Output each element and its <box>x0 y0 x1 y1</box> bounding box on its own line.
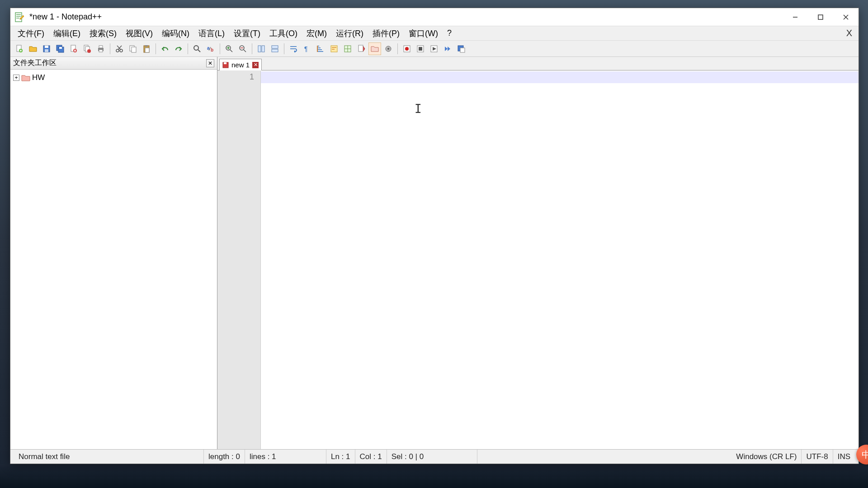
print-icon[interactable] <box>94 42 107 55</box>
menu-help[interactable]: ? <box>443 27 456 40</box>
svg-rect-52 <box>460 48 465 52</box>
tab-new-1[interactable]: new 1 ✕ <box>219 59 262 70</box>
maximize-button[interactable] <box>808 8 833 26</box>
menu-window[interactable]: 窗口(W) <box>404 26 443 41</box>
show-all-chars-icon[interactable]: ¶ <box>301 42 313 55</box>
folder-icon <box>21 74 30 81</box>
current-line-highlight <box>261 71 859 83</box>
menu-run[interactable]: 运行(R) <box>331 26 368 41</box>
folder-panel-header[interactable]: 文件夹工作区 ✕ <box>10 57 217 70</box>
svg-line-35 <box>244 50 246 52</box>
save-icon[interactable] <box>40 42 53 55</box>
svg-rect-0 <box>15 13 22 22</box>
open-file-icon[interactable] <box>27 42 39 55</box>
zoom-out-icon[interactable] <box>236 42 249 55</box>
svg-rect-38 <box>272 46 278 48</box>
text-area[interactable]: I <box>261 70 859 449</box>
new-file-icon[interactable] <box>13 42 26 55</box>
play-macro-icon[interactable] <box>428 42 440 55</box>
menu-language[interactable]: 语言(L) <box>194 26 229 41</box>
svg-rect-49 <box>419 47 422 51</box>
menu-edit[interactable]: 编辑(E) <box>49 26 85 41</box>
toolbar: ab ¶ <box>10 41 859 57</box>
sync-vscroll-icon[interactable] <box>255 42 268 55</box>
status-sel: Sel : 0 | 0 <box>387 450 477 464</box>
paste-icon[interactable] <box>140 42 153 55</box>
svg-point-28 <box>194 46 198 50</box>
status-filetype: Normal text file <box>14 450 204 464</box>
folder-tree[interactable]: + HW <box>10 70 217 449</box>
user-lang-icon[interactable] <box>328 42 340 55</box>
ime-label: 中 <box>862 449 868 461</box>
menu-plugins[interactable]: 插件(P) <box>368 26 404 41</box>
close-all-icon[interactable] <box>81 42 94 55</box>
status-ins[interactable]: INS <box>833 450 855 464</box>
folder-panel-close-icon[interactable]: ✕ <box>206 59 214 67</box>
menu-search[interactable]: 搜索(S) <box>85 26 121 41</box>
line-number: 1 <box>217 72 254 82</box>
status-eol[interactable]: Windows (CR LF) <box>731 450 802 464</box>
tree-root-row[interactable]: + HW <box>12 72 215 83</box>
taskbar-shadow <box>0 465 868 488</box>
menubar: 文件(F) 编辑(E) 搜索(S) 视图(V) 编码(N) 语言(L) 设置(T… <box>10 26 859 41</box>
status-ln: Ln : 1 <box>326 450 355 464</box>
menu-settings[interactable]: 设置(T) <box>229 26 265 41</box>
doc-list-icon[interactable] <box>355 42 368 55</box>
svg-rect-36 <box>258 46 261 52</box>
svg-rect-20 <box>99 50 103 52</box>
wordwrap-icon[interactable] <box>287 42 300 55</box>
svg-text:¶: ¶ <box>304 45 308 52</box>
titlebar[interactable]: *new 1 - Notepad++ <box>10 8 859 26</box>
menu-file[interactable]: 文件(F) <box>13 26 49 41</box>
menu-tools[interactable]: 工具(O) <box>265 26 302 41</box>
minimize-button[interactable] <box>783 8 808 26</box>
text-cursor-icon: I <box>415 102 422 116</box>
svg-text:b: b <box>211 47 213 52</box>
svg-point-17 <box>87 49 91 53</box>
tree-root-label: HW <box>32 73 45 82</box>
svg-rect-27 <box>145 48 149 52</box>
indent-guide-icon[interactable] <box>314 42 327 55</box>
tab-bar[interactable]: new 1 ✕ <box>217 57 859 70</box>
close-file-icon[interactable] <box>67 42 80 55</box>
line-gutter: 1 <box>217 70 261 449</box>
monitor-icon[interactable] <box>382 42 395 55</box>
cut-icon[interactable] <box>113 42 126 55</box>
svg-rect-8 <box>45 46 48 48</box>
menu-macro[interactable]: 宏(M) <box>302 26 331 41</box>
play-multi-icon[interactable] <box>441 42 454 55</box>
tab-close-icon[interactable]: ✕ <box>252 62 259 68</box>
editor[interactable]: 1 I <box>217 70 859 449</box>
folder-panel-title: 文件夹工作区 <box>13 58 57 68</box>
sync-hscroll-icon[interactable] <box>269 42 281 55</box>
close-button[interactable] <box>833 8 859 26</box>
replace-icon[interactable]: ab <box>204 42 217 55</box>
save-macro-icon[interactable] <box>455 42 467 55</box>
menu-encoding[interactable]: 编码(N) <box>157 26 194 41</box>
svg-point-47 <box>405 47 409 51</box>
unsaved-indicator-icon <box>222 62 229 68</box>
zoom-in-icon[interactable] <box>223 42 236 55</box>
status-encoding[interactable]: UTF-8 <box>802 450 833 464</box>
redo-icon[interactable] <box>172 42 185 55</box>
notepadpp-window: *new 1 - Notepad++ 文件(F) 编辑(E) 搜索(S) 视图(… <box>10 8 859 464</box>
save-all-icon[interactable] <box>54 42 66 55</box>
app-icon <box>14 12 25 23</box>
record-macro-icon[interactable] <box>401 42 413 55</box>
svg-rect-39 <box>272 49 278 52</box>
svg-line-33 <box>230 50 232 52</box>
svg-point-45 <box>387 48 389 50</box>
mdi-close-button[interactable]: X <box>843 28 856 38</box>
doc-map-icon[interactable] <box>341 42 354 55</box>
stop-macro-icon[interactable] <box>414 42 427 55</box>
folder-workspace-icon[interactable] <box>368 42 381 55</box>
svg-rect-2 <box>818 15 823 19</box>
menu-view[interactable]: 视图(V) <box>121 26 157 41</box>
expand-icon[interactable]: + <box>13 75 19 81</box>
find-icon[interactable] <box>191 42 203 55</box>
svg-rect-37 <box>262 46 264 52</box>
copy-icon[interactable] <box>127 42 139 55</box>
svg-rect-43 <box>359 45 363 52</box>
undo-icon[interactable] <box>159 42 171 55</box>
svg-line-29 <box>198 50 200 52</box>
